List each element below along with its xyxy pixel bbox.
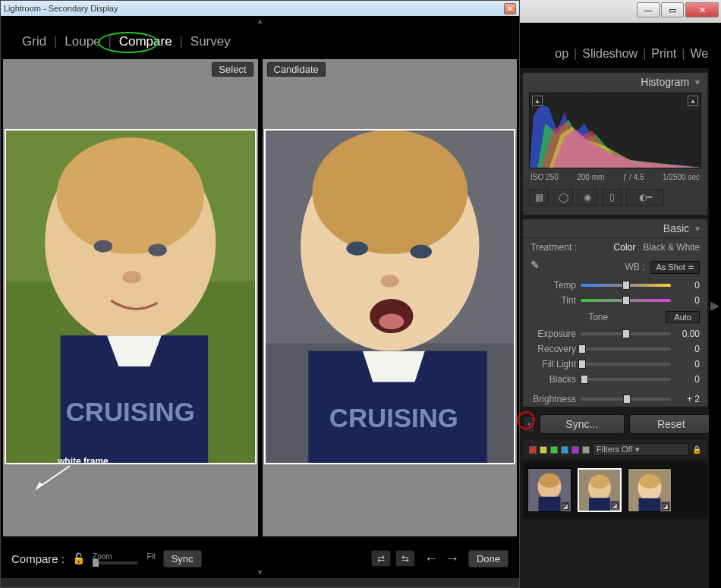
temp-slider[interactable] (581, 284, 671, 287)
identity-plate-area (520, 23, 721, 39)
swap-icon[interactable]: ⇄ (371, 550, 391, 567)
maximize-icon[interactable]: ▭ (661, 2, 684, 17)
shadow-clip-icon[interactable]: ▲ (532, 96, 543, 106)
blacks-value[interactable]: 0 (675, 374, 700, 385)
panel-collapse-icon[interactable]: ▼ (694, 78, 701, 86)
right-panel-collapse[interactable]: ▶ (709, 23, 721, 588)
filter-none[interactable] (582, 446, 590, 454)
basic-panel: Basic ▼ Treatment : Color Black & White … (523, 219, 707, 407)
redeye-tool-icon[interactable]: ◉ (578, 189, 597, 206)
svg-rect-31 (589, 498, 610, 511)
filmstrip-thumb[interactable]: ◪ (628, 468, 672, 512)
panel-expand-bottom[interactable]: ▼ (257, 568, 264, 577)
filter-lock-icon[interactable]: 🔒 (692, 445, 701, 454)
tab-loupe[interactable]: Loupe (57, 34, 108, 49)
recovery-slider[interactable] (581, 347, 671, 351)
module-develop[interactable]: op (555, 47, 568, 61)
fill-slider-row: Fill Light 0 (523, 357, 707, 372)
zoom-slider-thumb[interactable] (93, 559, 99, 567)
filmstrip-thumb[interactable]: ◪ (578, 468, 622, 512)
exposure-slider[interactable] (581, 332, 671, 335)
grad-tool-icon[interactable]: ▯ (602, 189, 622, 206)
zoom-slider[interactable] (93, 561, 138, 564)
tint-thumb[interactable] (622, 296, 630, 305)
exposure-value[interactable]: 0.00 (675, 329, 700, 339)
exposure-thumb[interactable] (622, 329, 630, 338)
blacks-thumb[interactable] (581, 375, 588, 384)
close-icon[interactable]: ✕ (685, 2, 719, 17)
minimize-icon[interactable]: — (637, 2, 660, 17)
treatment-color[interactable]: Color (614, 242, 636, 253)
temp-thumb[interactable] (622, 281, 630, 290)
filter-yellow[interactable] (540, 446, 547, 454)
filmstrip[interactable]: ◪ ◪ ◪ (523, 462, 707, 518)
treatment-label: Treatment : (531, 242, 577, 253)
histogram-graph[interactable]: ▲ ▲ (529, 93, 701, 168)
crop-tool-icon[interactable]: ▦ (529, 189, 549, 206)
spot-tool-icon[interactable]: ◯ (553, 189, 573, 206)
panel-collapse-icon[interactable]: ▼ (694, 225, 701, 233)
filter-red[interactable] (529, 446, 537, 454)
svg-marker-22 (362, 351, 424, 382)
brightness-label: Brightness (531, 394, 576, 404)
lock-icon[interactable]: 🔓 (72, 552, 85, 564)
tab-survey[interactable]: Survey (183, 34, 238, 49)
filmstrip-thumb[interactable]: ◪ (527, 468, 571, 512)
fill-slider[interactable] (581, 363, 671, 366)
brightness-thumb[interactable] (623, 395, 631, 404)
recovery-slider-row: Recovery 0 (523, 341, 707, 357)
panel-expand-top[interactable]: ▲ (1, 16, 519, 27)
brightness-value[interactable]: + 2 (675, 394, 700, 404)
reset-button[interactable]: Reset (629, 414, 714, 434)
candidate-photo: CRUISING (264, 129, 516, 464)
blacks-slider[interactable] (581, 378, 671, 381)
done-button[interactable]: Done (468, 550, 508, 568)
zoom-control: Zoom Fit (93, 552, 156, 564)
recovery-thumb[interactable] (578, 344, 586, 354)
select-pane[interactable]: Select CRUISING white frame (3, 59, 258, 536)
treatment-bw[interactable]: Black & White (643, 242, 700, 253)
sync-button[interactable]: Sync (163, 550, 202, 568)
next-arrow-icon[interactable]: → (444, 551, 461, 567)
close-icon[interactable]: ✕ (504, 3, 516, 14)
auto-tone-button[interactable]: Auto (666, 311, 700, 323)
svg-text:CRUISING: CRUISING (329, 404, 458, 432)
annotation-white-frame-label: white frame (58, 456, 109, 467)
filter-preset-select[interactable]: Filters Off ▾ (593, 443, 689, 456)
temp-value[interactable]: 0 (675, 280, 700, 291)
wb-select[interactable]: As Shot ≑ (650, 261, 700, 274)
brightness-slider[interactable] (581, 398, 671, 401)
fill-value[interactable]: 0 (675, 359, 700, 369)
svg-marker-11 (35, 482, 43, 491)
compare-label: Compare : (11, 552, 65, 565)
recovery-value[interactable]: 0 (675, 344, 700, 354)
module-slideshow[interactable]: Slideshow (582, 47, 638, 61)
candidate-label: Candidate (267, 62, 326, 77)
brush-tool-icon[interactable]: ◐━ (626, 189, 664, 206)
fill-thumb[interactable] (578, 360, 586, 369)
highlight-clip-icon[interactable]: ▲ (688, 96, 698, 106)
histogram-panel: Histogram ▼ ▲ ▲ ISO 250 200 mm ƒ / 4.5 1… (523, 73, 707, 215)
sync-button[interactable]: Sync... (540, 414, 625, 434)
temp-slider-row: Temp 0 (523, 278, 707, 293)
tint-slider[interactable] (581, 299, 671, 302)
module-print[interactable]: Print (651, 47, 676, 61)
svg-point-30 (590, 475, 609, 489)
tab-grid[interactable]: Grid (14, 34, 54, 49)
filter-green[interactable] (550, 446, 558, 454)
filter-blue[interactable] (561, 446, 568, 454)
svg-point-26 (539, 473, 559, 488)
candidate-pane[interactable]: Candidate CRUISING (263, 59, 518, 536)
svg-line-10 (38, 466, 70, 488)
blacks-slider-row: Blacks 0 (523, 372, 707, 387)
filter-purple[interactable] (571, 446, 579, 454)
panel-switch[interactable]: ▪ (523, 416, 535, 432)
prev-arrow-icon[interactable]: ← (423, 551, 439, 567)
make-select-icon[interactable]: ⇆ (395, 550, 415, 567)
svg-rect-35 (639, 498, 661, 511)
wb-dropper-icon[interactable]: ✎ (531, 259, 547, 275)
wb-label: WB : (625, 262, 644, 272)
tab-compare[interactable]: Compare (112, 34, 180, 49)
tint-value[interactable]: 0 (675, 295, 700, 306)
tint-label: Tint (531, 295, 576, 306)
